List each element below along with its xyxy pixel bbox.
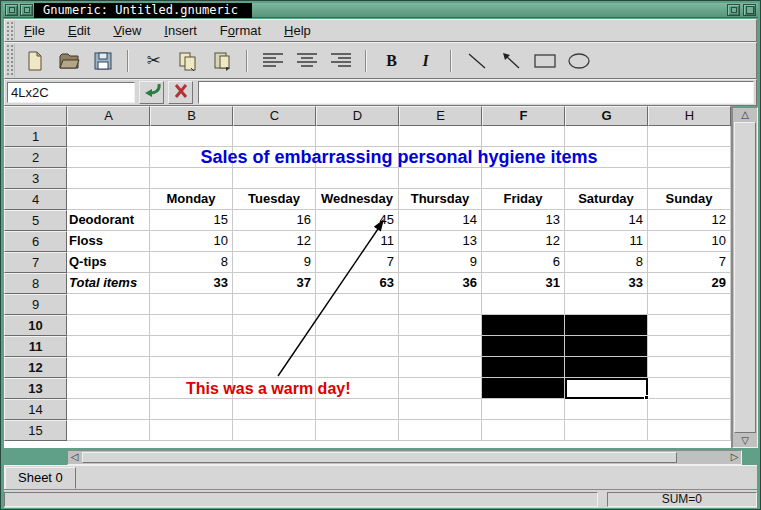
row-header-14[interactable]: 14 bbox=[4, 399, 67, 420]
cell-A2[interactable] bbox=[67, 147, 150, 168]
cell-E8[interactable]: 36 bbox=[399, 273, 482, 294]
draw-arrow-button[interactable] bbox=[496, 46, 525, 75]
vertical-scroll-thumb[interactable] bbox=[734, 122, 756, 433]
cell-G9[interactable] bbox=[565, 294, 648, 315]
scroll-right-icon[interactable]: ▷ bbox=[728, 451, 741, 463]
row-header-9[interactable]: 9 bbox=[4, 294, 67, 315]
cell-D1[interactable] bbox=[316, 126, 399, 147]
cell-B3[interactable] bbox=[150, 168, 233, 189]
row-header-12[interactable]: 12 bbox=[4, 357, 67, 378]
cell-G10[interactable] bbox=[565, 315, 648, 336]
confirm-enter-button[interactable] bbox=[139, 81, 164, 104]
save-disk-button[interactable] bbox=[88, 46, 117, 75]
cell-A14[interactable] bbox=[67, 399, 150, 420]
cell-C8[interactable]: 37 bbox=[233, 273, 316, 294]
draw-ellipse-button[interactable] bbox=[564, 46, 593, 75]
cell-G1[interactable] bbox=[565, 126, 648, 147]
cell-A9[interactable] bbox=[67, 294, 150, 315]
cell-C13[interactable] bbox=[233, 378, 316, 399]
row-header-6[interactable]: 6 bbox=[4, 231, 67, 252]
column-header-H[interactable]: H bbox=[648, 106, 731, 126]
open-folder-button[interactable] bbox=[54, 46, 83, 75]
cell-D13[interactable] bbox=[316, 378, 399, 399]
cell-E2[interactable] bbox=[399, 147, 482, 168]
cell-B9[interactable] bbox=[150, 294, 233, 315]
cell-A7[interactable]: Q-tips bbox=[67, 252, 150, 273]
cell-F7[interactable]: 6 bbox=[482, 252, 565, 273]
cell-D2[interactable] bbox=[316, 147, 399, 168]
cell-F12[interactable] bbox=[482, 357, 565, 378]
row-header-13[interactable]: 13 bbox=[4, 378, 67, 399]
window-menu-icon[interactable] bbox=[20, 4, 33, 16]
row-header-3[interactable]: 3 bbox=[4, 168, 67, 189]
cell-B2[interactable] bbox=[150, 147, 233, 168]
vertical-scrollbar[interactable]: △ ▽ bbox=[732, 107, 758, 448]
row-header-4[interactable]: 4 bbox=[4, 189, 67, 210]
cell-E13[interactable] bbox=[399, 378, 482, 399]
row-header-10[interactable]: 10 bbox=[4, 315, 67, 336]
cell-C5[interactable]: 16 bbox=[233, 210, 316, 231]
cell-A11[interactable] bbox=[67, 336, 150, 357]
cell-D11[interactable] bbox=[316, 336, 399, 357]
cell-G15[interactable] bbox=[565, 420, 648, 441]
cell-F2[interactable] bbox=[482, 147, 565, 168]
cell-D4[interactable]: Wednesday bbox=[316, 189, 399, 210]
column-header-E[interactable]: E bbox=[399, 106, 482, 126]
cell-A6[interactable]: Floss bbox=[67, 231, 150, 252]
row-header-5[interactable]: 5 bbox=[4, 210, 67, 231]
fill-handle[interactable] bbox=[644, 395, 649, 400]
cell-H8[interactable]: 29 bbox=[648, 273, 731, 294]
row-header-8[interactable]: 8 bbox=[4, 273, 67, 294]
cell-B5[interactable]: 15 bbox=[150, 210, 233, 231]
cell-G7[interactable]: 8 bbox=[565, 252, 648, 273]
select-all-corner[interactable] bbox=[4, 106, 67, 126]
cell-B7[interactable]: 8 bbox=[150, 252, 233, 273]
menu-format[interactable]: Format bbox=[220, 23, 261, 38]
toolbar-grip[interactable] bbox=[6, 44, 15, 77]
align-right-button[interactable] bbox=[326, 46, 355, 75]
row-header-1[interactable]: 1 bbox=[4, 126, 67, 147]
cell-D7[interactable]: 7 bbox=[316, 252, 399, 273]
cell-B1[interactable] bbox=[150, 126, 233, 147]
row-header-2[interactable]: 2 bbox=[4, 147, 67, 168]
cell-A15[interactable] bbox=[67, 420, 150, 441]
cell-H12[interactable] bbox=[648, 357, 731, 378]
cell-F9[interactable] bbox=[482, 294, 565, 315]
cell-A4[interactable] bbox=[67, 189, 150, 210]
cell-E7[interactable]: 9 bbox=[399, 252, 482, 273]
cell-E4[interactable]: Thursday bbox=[399, 189, 482, 210]
cell-E10[interactable] bbox=[399, 315, 482, 336]
cell-G11[interactable] bbox=[565, 336, 648, 357]
cell-A10[interactable] bbox=[67, 315, 150, 336]
cell-E11[interactable] bbox=[399, 336, 482, 357]
cell-D9[interactable] bbox=[316, 294, 399, 315]
cell-E14[interactable] bbox=[399, 399, 482, 420]
column-header-B[interactable]: B bbox=[150, 106, 233, 126]
cancel-button[interactable] bbox=[168, 81, 193, 104]
draw-rectangle-button[interactable] bbox=[530, 46, 559, 75]
cell-F10[interactable] bbox=[482, 315, 565, 336]
title-bar[interactable]: Gnumeric: Untitled.gnumeric bbox=[3, 3, 758, 18]
cell-A5[interactable]: Deodorant bbox=[67, 210, 150, 231]
window-menu-icon[interactable] bbox=[5, 4, 18, 16]
cell-D6[interactable]: 11 bbox=[316, 231, 399, 252]
copy-button[interactable] bbox=[173, 46, 202, 75]
cell-D8[interactable]: 63 bbox=[316, 273, 399, 294]
cell-C1[interactable] bbox=[233, 126, 316, 147]
scroll-down-icon[interactable]: ▽ bbox=[734, 434, 756, 447]
cell-F14[interactable] bbox=[482, 399, 565, 420]
cell-B12[interactable] bbox=[150, 357, 233, 378]
cut-button[interactable]: ✂ bbox=[139, 46, 168, 75]
cell-C2[interactable] bbox=[233, 147, 316, 168]
cell-H4[interactable]: Sunday bbox=[648, 189, 731, 210]
cell-F8[interactable]: 31 bbox=[482, 273, 565, 294]
cell-C7[interactable]: 9 bbox=[233, 252, 316, 273]
cell-B8[interactable]: 33 bbox=[150, 273, 233, 294]
italic-button[interactable]: I bbox=[411, 46, 440, 75]
draw-line-button[interactable] bbox=[462, 46, 491, 75]
cell-H9[interactable] bbox=[648, 294, 731, 315]
cell-G2[interactable] bbox=[565, 147, 648, 168]
cell-B10[interactable] bbox=[150, 315, 233, 336]
cell-D14[interactable] bbox=[316, 399, 399, 420]
formula-entry[interactable] bbox=[198, 81, 754, 104]
